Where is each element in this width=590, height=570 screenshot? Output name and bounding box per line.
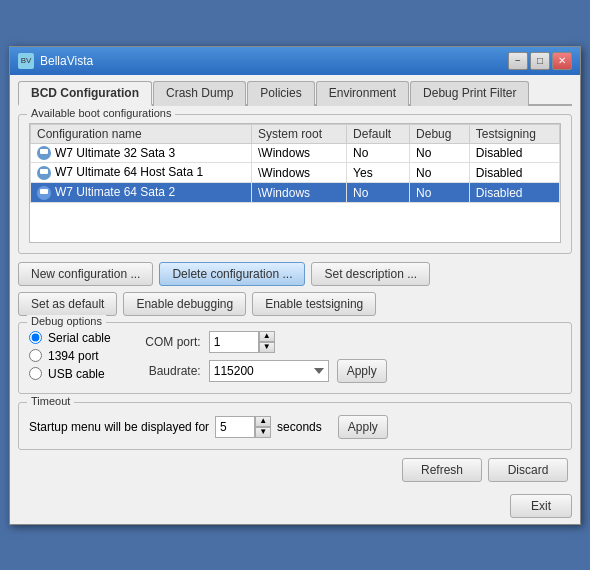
maximize-button[interactable]: □ [530,52,550,70]
radio-1394-port-label: 1394 port [48,349,99,363]
debug-radio-group: Serial cable 1394 port USB cable [29,331,111,381]
table-body: W7 Ultimate 32 Sata 3 \Windows No No Dis… [31,143,560,202]
debug-options-group: Debug options Serial cable 1394 port USB… [18,322,572,394]
row-cell-root: \Windows [252,143,347,163]
radio-usb-cable[interactable]: USB cable [29,367,111,381]
close-button[interactable]: ✕ [552,52,572,70]
port-baudrate-section: COM port: ▲ ▼ Baudrate: 9600 [131,331,387,383]
tab-bcd-configuration[interactable]: BCD Configuration [18,81,152,106]
table-row[interactable]: W7 Ultimate 32 Sata 3 \Windows No No Dis… [31,143,560,163]
radio-serial-cable-label: Serial cable [48,331,111,345]
timeout-input[interactable] [215,416,255,438]
row-cell-default: Yes [347,163,410,183]
boot-table: Configuration name System root Default D… [30,124,560,203]
new-configuration-button[interactable]: New configuration ... [18,262,153,286]
col-header-name: Configuration name [31,124,252,143]
table-header: Configuration name System root Default D… [31,124,560,143]
exit-button[interactable]: Exit [510,494,572,518]
row-icon [37,186,51,200]
refresh-button[interactable]: Refresh [402,458,482,482]
row-cell-default: No [347,143,410,163]
baudrate-select[interactable]: 9600 19200 38400 57600 115200 [209,360,329,382]
com-port-spinner: ▲ ▼ [209,331,275,353]
col-header-default: Default [347,124,410,143]
row-cell-testsigning: Disabled [469,143,559,163]
radio-1394-port-input[interactable] [29,349,42,362]
tab-policies[interactable]: Policies [247,81,314,106]
radio-serial-cable[interactable]: Serial cable [29,331,111,345]
radio-1394-port[interactable]: 1394 port [29,349,111,363]
timeout-label: Timeout [27,395,74,407]
radio-usb-cable-label: USB cable [48,367,105,381]
tab-debug-print-filter[interactable]: Debug Print Filter [410,81,529,106]
startup-text: Startup menu will be displayed for [29,420,209,434]
col-header-root: System root [252,124,347,143]
com-port-row: COM port: ▲ ▼ [131,331,387,353]
row-cell-debug: No [410,183,470,203]
timeout-up-button[interactable]: ▲ [255,416,271,427]
window-body: BCD Configuration Crash Dump Policies En… [10,75,580,490]
row-cell-testsigning: Disabled [469,183,559,203]
delete-configuration-button[interactable]: Delete configuration ... [159,262,305,286]
row-cell-default: No [347,183,410,203]
tab-environment[interactable]: Environment [316,81,409,106]
row-cell-root: \Windows [252,163,347,183]
window-title: BellaVista [40,54,93,68]
boot-table-wrapper[interactable]: Configuration name System root Default D… [29,123,561,243]
col-header-debug: Debug [410,124,470,143]
boot-config-group: Available boot configurations Configurat… [18,114,572,254]
table-row-selected[interactable]: W7 Ultimate 64 Sata 2 \Windows No No Dis… [31,183,560,203]
main-window: BV BellaVista − □ ✕ BCD Configuration Cr… [9,46,581,525]
set-as-default-button[interactable]: Set as default [18,292,117,316]
timeout-apply-button[interactable]: Apply [338,415,388,439]
radio-serial-cable-input[interactable] [29,331,42,344]
col-header-testsigning: Testsigning [469,124,559,143]
row-cell-debug: No [410,163,470,183]
timeout-spinner-btns: ▲ ▼ [255,416,271,438]
app-icon: BV [18,53,34,69]
row-cell-name: W7 Ultimate 64 Host Sata 1 [31,163,252,183]
row-icon [37,146,51,160]
com-port-label: COM port: [131,335,201,349]
title-controls: − □ ✕ [508,52,572,70]
seconds-text: seconds [277,420,322,434]
bottom-buttons: Refresh Discard [18,458,572,482]
row-cell-debug: No [410,143,470,163]
table-row[interactable]: W7 Ultimate 64 Host Sata 1 \Windows Yes … [31,163,560,183]
baudrate-label: Baudrate: [131,364,201,378]
debug-options-label: Debug options [27,315,106,327]
set-description-button[interactable]: Set description ... [311,262,430,286]
row-icon [37,166,51,180]
timeout-spinner: ▲ ▼ [215,416,271,438]
title-bar-left: BV BellaVista [18,53,93,69]
tab-bar: BCD Configuration Crash Dump Policies En… [18,81,572,106]
exit-bar: Exit [10,490,580,524]
minimize-button[interactable]: − [508,52,528,70]
enable-debugging-button[interactable]: Enable debugging [123,292,246,316]
com-port-down-button[interactable]: ▼ [259,342,275,353]
com-port-spinner-btns: ▲ ▼ [259,331,275,353]
baudrate-apply-button[interactable]: Apply [337,359,387,383]
config-buttons-row1: New configuration ... Delete configurati… [18,262,572,286]
timeout-group: Timeout Startup menu will be displayed f… [18,402,572,450]
baudrate-row: Baudrate: 9600 19200 38400 57600 115200 … [131,359,387,383]
timeout-inner: Startup menu will be displayed for ▲ ▼ s… [29,411,561,439]
boot-config-label: Available boot configurations [27,107,175,119]
tab-crash-dump[interactable]: Crash Dump [153,81,246,106]
config-buttons-row2: Set as default Enable debugging Enable t… [18,292,572,316]
com-port-input[interactable] [209,331,259,353]
radio-usb-cable-input[interactable] [29,367,42,380]
timeout-down-button[interactable]: ▼ [255,427,271,438]
row-cell-testsigning: Disabled [469,163,559,183]
discard-button[interactable]: Discard [488,458,568,482]
row-cell-name: W7 Ultimate 64 Sata 2 [31,183,252,203]
row-cell-root: \Windows [252,183,347,203]
debug-options-inner: Serial cable 1394 port USB cable COM por… [29,331,561,383]
row-cell-name: W7 Ultimate 32 Sata 3 [31,143,252,163]
table-header-row: Configuration name System root Default D… [31,124,560,143]
com-port-up-button[interactable]: ▲ [259,331,275,342]
enable-testsigning-button[interactable]: Enable testsigning [252,292,376,316]
title-bar: BV BellaVista − □ ✕ [10,47,580,75]
